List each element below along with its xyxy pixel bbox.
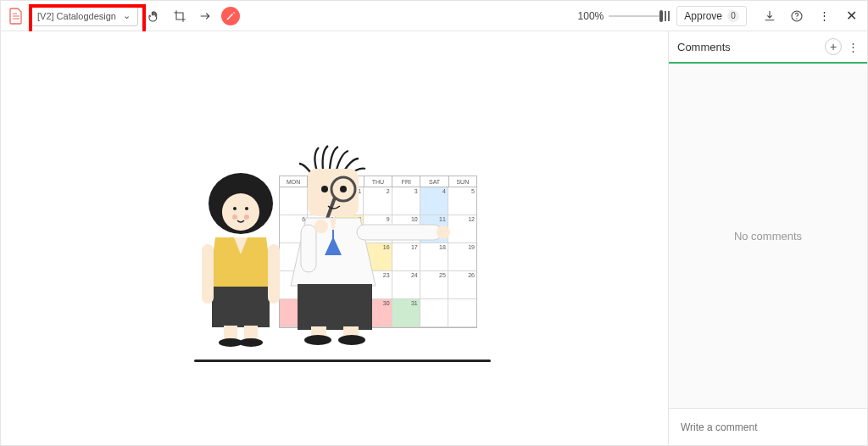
more-menu-button[interactable]: ⋮ [815, 7, 833, 25]
illustration: MONTUEWEDTHUFRISATSUN 12345 6789101112 1… [186, 142, 491, 362]
approve-count: 0 [727, 10, 739, 22]
svg-rect-21 [357, 225, 442, 240]
document-icon [8, 8, 25, 25]
document-canvas[interactable]: MONTUEWEDTHUFRISATSUN 12345 6789101112 1… [1, 31, 668, 445]
file-version-current: [V2] Catalogdesign.p [37, 11, 117, 21]
comments-menu-button[interactable]: ⋮ [847, 41, 859, 53]
chevron-down-icon: ⌄ [120, 10, 132, 21]
crop-tool-button[interactable] [170, 7, 189, 25]
comments-header: Comments + ⋮ [669, 31, 867, 64]
svg-rect-14 [268, 244, 280, 304]
svg-point-5 [245, 207, 248, 210]
svg-point-24 [314, 220, 328, 233]
file-version-dropdown[interactable]: [V2] Catalogdesign.p ⌄ [31, 6, 138, 26]
comment-input-wrapper [669, 408, 867, 445]
close-button[interactable]: ✕ [842, 7, 860, 25]
svg-point-11 [219, 338, 242, 347]
svg-point-22 [437, 226, 450, 239]
zoom-control[interactable]: 100% [578, 10, 670, 22]
svg-point-7 [244, 215, 249, 220]
approve-label: Approve [684, 10, 722, 22]
annotate-button[interactable] [221, 7, 240, 25]
download-button[interactable] [760, 7, 779, 25]
svg-point-1 [796, 18, 797, 19]
svg-rect-23 [301, 225, 316, 272]
zoom-label: 100% [578, 10, 604, 22]
svg-point-3 [222, 193, 259, 231]
comments-title: Comments [677, 41, 825, 53]
toolbar: [V2] Catalogdesign.p ⌄ 100% Approve 0 ⋮ … [1, 1, 867, 31]
svg-point-12 [239, 338, 263, 347]
svg-point-29 [338, 335, 365, 345]
pause-icon [665, 11, 670, 21]
svg-point-16 [321, 186, 328, 192]
svg-rect-25 [298, 284, 372, 330]
comment-input[interactable] [679, 421, 857, 434]
hand-tool-button[interactable] [145, 7, 164, 25]
svg-point-6 [232, 215, 237, 220]
svg-rect-13 [202, 244, 214, 304]
zoom-slider[interactable] [609, 15, 659, 17]
svg-point-28 [304, 335, 331, 345]
comments-empty-state: No comments [669, 64, 867, 408]
svg-point-4 [233, 207, 236, 210]
approve-button[interactable]: Approve 0 [676, 6, 747, 26]
arrow-right-button[interactable] [196, 7, 214, 25]
svg-rect-8 [212, 287, 270, 327]
help-button[interactable] [787, 7, 806, 25]
comments-panel: Comments + ⋮ No comments [668, 31, 867, 445]
svg-point-17 [340, 186, 347, 192]
add-comment-button[interactable]: + [825, 38, 842, 55]
svg-rect-20 [332, 230, 334, 238]
